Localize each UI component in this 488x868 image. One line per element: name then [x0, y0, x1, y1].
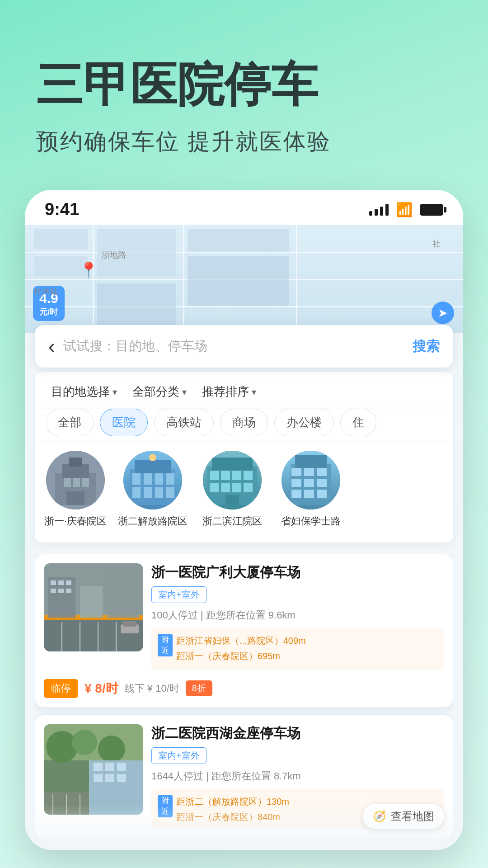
svg-rect-54: [51, 580, 56, 585]
chip-mall[interactable]: 商场: [220, 409, 268, 436]
map-view-button[interactable]: 🧭 查看地图: [363, 804, 444, 829]
svg-rect-70: [117, 763, 126, 771]
hospital-card-2[interactable]: 浙二解放路院区: [118, 451, 188, 528]
svg-rect-72: [105, 774, 114, 782]
dropdown-category[interactable]: 全部分类 ▾: [127, 380, 192, 403]
map-pin: 📍: [79, 261, 98, 279]
svg-rect-40: [317, 479, 327, 487]
hospital-avatar-2: [123, 451, 182, 509]
parking-meta-2: 1644人停过 | 距您所在位置 8.7km: [151, 769, 444, 783]
hospital-name-1: 浙一·庆春院区: [44, 515, 107, 528]
price-1: ¥ 8/时: [84, 680, 118, 697]
svg-rect-52: [80, 586, 103, 618]
discount-badge-1: 8折: [186, 680, 212, 696]
svg-rect-41: [291, 490, 301, 498]
svg-rect-56: [66, 580, 71, 585]
svg-point-65: [72, 730, 97, 755]
parking-image-2: [44, 724, 143, 815]
map-background: 4.9 元/时 📍 ➤ 浙地路 杭州站 社: [25, 225, 463, 333]
category-chips: 全部 医院 高铁站 商场 办公楼 住: [35, 409, 453, 443]
signal-icon: [369, 204, 389, 216]
filter-dropdowns: 目的地选择 ▾ 全部分类 ▾ 推荐排序 ▾: [35, 372, 453, 409]
chip-residential[interactable]: 住: [340, 409, 376, 436]
dropdown-destination[interactable]: 目的地选择 ▾: [46, 380, 122, 403]
parking-name-2: 浙二医院西湖金座停车场: [151, 724, 444, 742]
hospital-cards-section: 浙一·庆春院区: [35, 443, 453, 542]
svg-rect-34: [295, 455, 327, 468]
search-placeholder-text: 试试搜：目的地、停车场: [63, 337, 404, 355]
svg-rect-36: [304, 468, 314, 476]
svg-rect-61: [123, 621, 136, 627]
status-time: 9:41: [45, 200, 79, 219]
svg-rect-69: [105, 763, 114, 771]
parking-card-1[interactable]: 浙一医院广利大厦停车场 室内+室外 100人停过 | 距您所在位置 9.6km …: [35, 554, 453, 707]
svg-rect-22: [212, 458, 253, 470]
parking-card-2[interactable]: 浙二医院西湖金座停车场 室内+室外 1644人停过 | 距您所在位置 8.7km…: [35, 715, 453, 838]
svg-rect-58: [58, 589, 64, 593]
svg-rect-4: [64, 478, 71, 487]
svg-rect-7: [66, 491, 84, 505]
chip-hospital[interactable]: 医院: [100, 409, 148, 436]
hero-subtitle: 预约确保车位 提升就医体验: [36, 127, 452, 157]
svg-rect-23: [210, 471, 219, 480]
svg-rect-42: [304, 490, 314, 498]
svg-rect-5: [73, 478, 80, 487]
parking-nearby-1: 附近 距浙江省妇保（...路院区）409m 距浙一（庆春院区）695m: [151, 628, 444, 670]
hospital-avatar-1: [46, 451, 105, 509]
svg-rect-3: [69, 458, 82, 467]
svg-rect-71: [94, 774, 103, 782]
status-bar: 9:41 📶: [25, 190, 463, 225]
svg-rect-73: [117, 774, 126, 782]
svg-rect-14: [166, 473, 174, 485]
svg-rect-43: [317, 490, 327, 498]
svg-rect-30: [244, 483, 253, 492]
wifi-icon: 📶: [396, 202, 413, 217]
parking-list: 浙一医院广利大厦停车场 室内+室外 100人停过 | 距您所在位置 9.6km …: [35, 554, 453, 838]
hospital-name-3: 浙二滨江院区: [202, 515, 262, 528]
svg-rect-17: [155, 487, 163, 498]
price-type-badge-1: 临停: [44, 679, 78, 698]
chip-train[interactable]: 高铁站: [154, 409, 214, 436]
svg-rect-37: [317, 468, 327, 476]
hospital-name-4: 省妇保学士路: [281, 515, 341, 528]
hero-title: 三甲医院停车: [36, 59, 452, 110]
nav-icon: ➤: [432, 302, 454, 324]
status-icons: 📶: [369, 202, 443, 217]
hospital-card-3[interactable]: 浙二滨江院区: [198, 451, 266, 528]
search-bar[interactable]: ‹ 试试搜：目的地、停车场 搜索: [35, 325, 453, 368]
back-button[interactable]: ‹: [48, 335, 55, 358]
battery-icon: [420, 204, 443, 216]
svg-rect-29: [232, 483, 241, 492]
svg-rect-59: [66, 589, 71, 593]
dropdown-sort[interactable]: 推荐排序 ▾: [197, 380, 262, 403]
svg-rect-12: [144, 473, 152, 485]
chip-office[interactable]: 办公楼: [274, 409, 334, 436]
svg-rect-38: [291, 479, 301, 487]
svg-rect-16: [144, 487, 152, 498]
parking-name-1: 浙一医院广利大厦停车场: [151, 563, 444, 581]
svg-rect-35: [291, 468, 301, 476]
svg-rect-10: [135, 460, 171, 473]
chip-all[interactable]: 全部: [46, 409, 94, 436]
svg-point-19: [149, 454, 156, 461]
svg-rect-25: [232, 471, 241, 480]
svg-rect-53: [107, 572, 139, 618]
hero-area: 三甲医院停车 预约确保车位 提升就医体验: [0, 0, 488, 179]
hero-section: 三甲医院停车 预约确保车位 提升就医体验 9:41 📶: [0, 0, 488, 868]
svg-rect-6: [82, 478, 89, 487]
search-button[interactable]: 搜索: [413, 337, 440, 356]
phone-frame: 9:41 📶: [25, 190, 463, 850]
hospital-card-1[interactable]: 浙一·庆春院区: [44, 451, 107, 528]
svg-rect-26: [244, 471, 253, 480]
hospital-avatar-3: [203, 451, 262, 509]
parking-info-1: 浙一医院广利大厦停车场 室内+室外 100人停过 | 距您所在位置 9.6km …: [151, 563, 444, 670]
svg-rect-57: [51, 589, 56, 593]
hospital-card-4[interactable]: 省妇保学士路: [277, 451, 345, 528]
original-price-1: 线下 ¥ 10/时: [125, 682, 179, 695]
svg-rect-31: [225, 495, 239, 505]
svg-rect-24: [221, 471, 230, 480]
svg-point-66: [98, 736, 125, 763]
hospital-name-2: 浙二解放路院区: [118, 515, 188, 528]
svg-rect-27: [210, 483, 219, 492]
map-icon: 🧭: [373, 810, 386, 823]
